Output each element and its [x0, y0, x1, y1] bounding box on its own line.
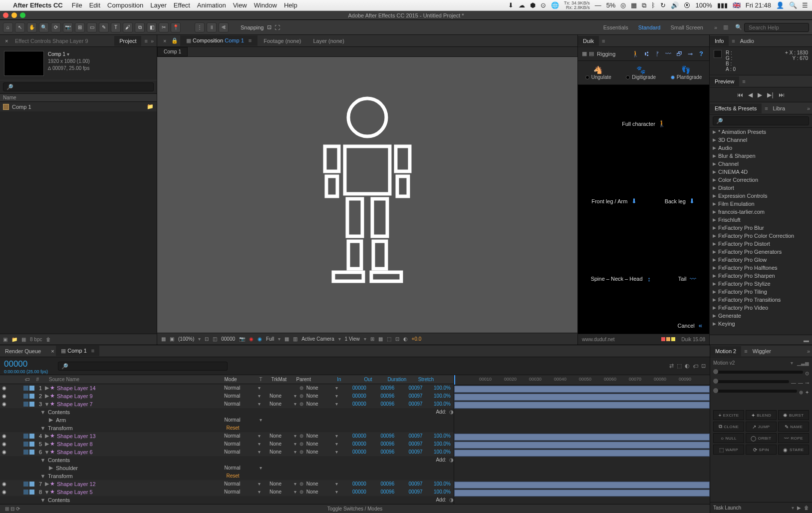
align-tool[interactable]: ⫷	[219, 22, 229, 32]
view-opt-icon[interactable]: ⊞	[370, 336, 374, 342]
view-value[interactable]: 1 View	[345, 336, 360, 342]
tab-effects-presets[interactable]: Effects & Presets	[710, 103, 762, 113]
menubar-icon[interactable]: ⊙	[541, 1, 546, 9]
layer-track[interactable]	[454, 425, 710, 433]
visibility-toggle[interactable]: ◉	[0, 393, 8, 399]
channel-icon[interactable]: ◉	[258, 336, 262, 342]
duik-cancel[interactable]: Cancel«	[578, 318, 709, 334]
help-icon[interactable]: ?	[697, 50, 705, 58]
mac-menu-item[interactable]: Help	[284, 1, 297, 9]
layer-row[interactable]: ◉ 5 ▶ ★ Shape Layer 8 Normal▾ None▾ ⊚ No…	[0, 440, 454, 448]
layer-track[interactable]	[454, 465, 710, 473]
constraints-icon[interactable]: 〰	[664, 50, 672, 58]
layer-track[interactable]	[454, 441, 710, 449]
motion-slider[interactable]	[713, 371, 803, 374]
grid-icon[interactable]: ▦	[161, 336, 166, 342]
bpc-label[interactable]: 8 bpc	[30, 337, 42, 342]
minimize-window[interactable]	[11, 12, 17, 18]
snap-opt-icon[interactable]: ⊡	[267, 24, 271, 30]
panel-more-icon[interactable]: »	[151, 38, 154, 44]
snapshot-icon[interactable]: 📷	[239, 336, 245, 342]
trash-icon[interactable]: 🗑	[46, 337, 51, 342]
resolution-value[interactable]: Full	[266, 336, 274, 342]
tl-opt-icon[interactable]: 🏷	[693, 363, 698, 369]
layer-property[interactable]: ▼ Transform Reset	[0, 424, 454, 432]
tools-icon[interactable]: ⊸	[686, 50, 694, 58]
tl-foot-icon[interactable]: ⊞ ⊟ ⟳	[5, 506, 20, 512]
effect-category[interactable]: ▶Keying	[710, 320, 812, 328]
effect-category[interactable]: ▶FxFactory Pro Tiling	[710, 288, 812, 296]
effect-category[interactable]: ▶3D Channel	[710, 136, 812, 144]
duik-tail[interactable]: Tail〰	[678, 275, 697, 282]
duik-spine[interactable]: Spine – Neck – Head↕	[591, 275, 653, 282]
dropbox-icon[interactable]: ⬢	[530, 1, 536, 9]
current-timecode[interactable]: 00000	[4, 359, 51, 369]
expand-icon[interactable]: ▼	[44, 489, 50, 495]
visibility-toggle[interactable]: ◉	[0, 489, 8, 495]
mac-menu-item[interactable]: Animation	[197, 1, 226, 9]
layer-property[interactable]: ▶ Shoulder Normal▾	[0, 464, 454, 472]
roto-tool[interactable]: ✂	[159, 22, 169, 32]
motion-btn-stare[interactable]: ◉STARE	[778, 445, 809, 455]
duik-list-icon[interactable]: ▤	[589, 50, 594, 57]
tab-libraries[interactable]: Libra	[768, 103, 790, 113]
effect-category[interactable]: ▶FxFactory Pro Sharpen	[710, 272, 812, 280]
menubar-icon[interactable]: ◎	[620, 1, 626, 9]
next-frame-icon[interactable]: ▶|	[767, 91, 773, 98]
breadcrumb-comp[interactable]: Comp 1	[157, 47, 188, 56]
workspace-essentials[interactable]: Essentials	[598, 23, 633, 31]
snapping-label[interactable]: Snapping	[241, 24, 264, 30]
autorig-icon[interactable]: 🚶	[631, 50, 639, 58]
toggle-switches[interactable]: Toggle Switches / Modes	[327, 506, 383, 512]
type-tool[interactable]: T	[111, 22, 121, 32]
home-tool[interactable]: ⌂	[3, 22, 13, 32]
brush-tool[interactable]: 🖌	[123, 22, 133, 32]
duik-fullchar[interactable]: Full character🚶	[622, 120, 665, 127]
eraser-tool[interactable]: ◧	[147, 22, 157, 32]
zoom-window[interactable]	[20, 12, 25, 18]
effect-category[interactable]: ▶* Animation Presets	[710, 128, 812, 136]
task-trash-icon[interactable]: 🗑	[804, 505, 809, 511]
workspace-more-icon[interactable]: »	[714, 24, 717, 30]
effect-category[interactable]: ▶Generate	[710, 312, 812, 320]
layer-track[interactable]	[454, 401, 710, 409]
rotate-tool[interactable]: ⟳	[51, 22, 61, 32]
motion-btn-blend[interactable]: ✦BLEND	[746, 410, 777, 420]
project-item[interactable]: Comp 1 📁	[0, 102, 157, 111]
visibility-toggle[interactable]: ◉	[0, 441, 8, 447]
close-window[interactable]	[3, 12, 8, 18]
layer-row[interactable]: ◉ 6 ▼ ★ Shape Layer 6 Normal▾ None▾ ⊚ No…	[0, 448, 454, 456]
layer-track[interactable]	[454, 393, 710, 401]
motion-slider[interactable]	[713, 390, 797, 393]
user-icon[interactable]: 👤	[776, 1, 784, 9]
channel-icon[interactable]: ◉	[249, 336, 254, 342]
motion-btn-spin[interactable]: ⟳SPIN	[746, 445, 777, 455]
spotlight-icon[interactable]: 🔍	[789, 1, 797, 9]
menubar-icon[interactable]: ⧉	[642, 1, 646, 9]
close-tab-icon[interactable]: ×	[0, 36, 10, 46]
visibility-toggle[interactable]: ◉	[0, 449, 8, 455]
menubar-icon[interactable]: ▦	[631, 1, 637, 9]
play-icon[interactable]: ▶	[758, 91, 762, 98]
frame-value[interactable]: 00000	[221, 336, 235, 342]
expand-icon[interactable]: ▶	[44, 481, 50, 487]
expand-icon[interactable]: ▼	[44, 401, 50, 407]
ik-icon[interactable]: ⑆	[642, 50, 650, 58]
new-comp-icon[interactable]: ▦	[21, 337, 26, 342]
duik-grid-icon[interactable]: ▦	[582, 50, 587, 57]
tab-motion2[interactable]: Motion 2	[710, 346, 741, 356]
duik-frontleg[interactable]: Front leg / Arm⬇	[591, 198, 637, 205]
task-go-icon[interactable]: ▶	[797, 505, 801, 511]
layer-track[interactable]	[454, 409, 710, 417]
camera-tool[interactable]: 📷	[63, 22, 73, 32]
effect-category[interactable]: ▶Blur & Sharpen	[710, 152, 812, 160]
expand-icon[interactable]: ▶	[44, 393, 50, 399]
layer-property[interactable]: ▶ Arm Normal▾	[0, 416, 454, 424]
workspace-small-screen[interactable]: Small Screen	[665, 23, 708, 31]
motion-btn-jump[interactable]: ↗JUMP	[746, 422, 777, 432]
task-launch[interactable]: Task Launch	[713, 505, 741, 511]
view-opt-icon[interactable]: ⬚	[387, 336, 391, 342]
new-folder-icon[interactable]: 📁	[11, 337, 17, 342]
exposure-icon[interactable]: ◐	[403, 336, 408, 342]
panel-menu-icon[interactable]: ≡	[144, 38, 147, 44]
